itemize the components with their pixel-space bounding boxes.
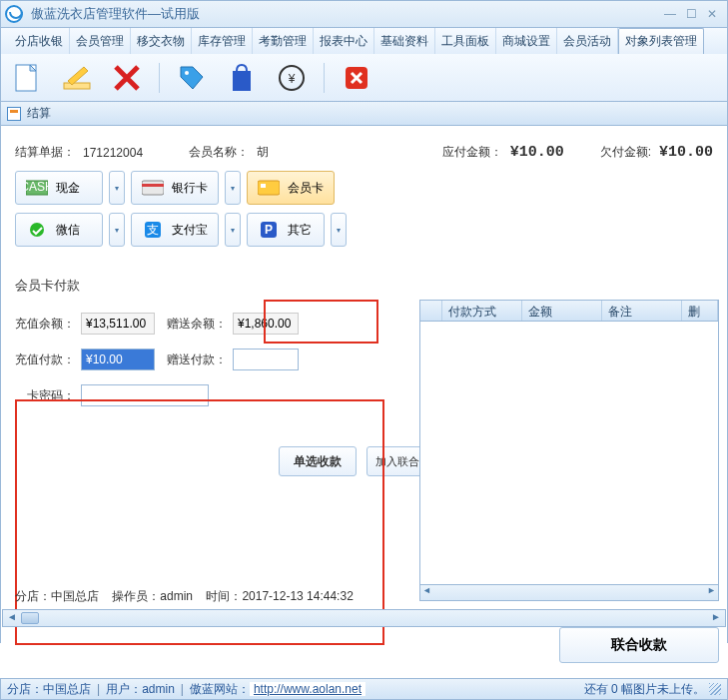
card-payment-title: 会员卡付款 — [15, 277, 713, 295]
menu-item-4[interactable]: 考勤管理 — [253, 28, 314, 54]
main-hscrollbar[interactable] — [2, 609, 726, 627]
upload-status: 还有 0 幅图片未上传。 — [584, 681, 705, 698]
menu-item-1[interactable]: 会员管理 — [70, 28, 131, 54]
app-logo-icon — [5, 5, 23, 23]
combine-collect-button[interactable]: 联合收款 — [559, 627, 719, 663]
wechat-icon — [26, 222, 48, 238]
member-card-icon — [258, 180, 280, 196]
svg-text:CASH: CASH — [26, 180, 48, 194]
pay-cash-dropdown[interactable] — [109, 171, 125, 205]
footer: 分店：中国总店 | 用户：admin | 傲蓝网站： http://www.ao… — [0, 678, 728, 700]
pay-bank-dropdown[interactable] — [225, 171, 241, 205]
titlebar: 傲蓝洗衣店管理软件—试用版 — ☐ ✕ — [0, 0, 728, 28]
pay-cash-label: 现金 — [56, 180, 80, 197]
window-icon — [7, 107, 21, 121]
grid-hscrollbar[interactable] — [419, 585, 719, 601]
owe-label: 欠付金额: — [600, 144, 651, 161]
paypal-icon: P — [258, 222, 280, 238]
member-name: 胡 — [257, 144, 269, 161]
workarea: 结算单据： 171212004 会员名称： 胡 应付金额： ¥10.00 欠付金… — [0, 126, 728, 643]
subheader: 结算 — [0, 102, 728, 126]
menu-item-2[interactable]: 移交衣物 — [131, 28, 192, 54]
bag-button[interactable] — [224, 60, 260, 96]
pay-cash-button[interactable]: CASH 现金 — [15, 171, 103, 205]
card-pwd-label: 卡密码： — [15, 387, 75, 404]
new-doc-button[interactable] — [9, 60, 45, 96]
delete-x-button[interactable] — [109, 60, 145, 96]
menu-item-7[interactable]: 工具面板 — [435, 28, 496, 54]
svg-point-2 — [185, 71, 189, 75]
grid-body[interactable] — [419, 322, 719, 585]
gift-balance-label: 赠送余额： — [161, 316, 227, 333]
svg-rect-10 — [142, 184, 164, 187]
svg-rect-3 — [233, 71, 251, 91]
pay-other-dropdown[interactable] — [331, 213, 347, 247]
menu-item-5[interactable]: 报表中心 — [314, 28, 374, 54]
status-line: 分店：中国总店 操作员：admin 时间：2017-12-13 14:44:32 — [15, 588, 354, 605]
pay-other-label: 其它 — [288, 222, 312, 239]
balance-label: 充值余额： — [15, 316, 75, 333]
svg-text:¥: ¥ — [288, 72, 296, 86]
pay-amount-field[interactable] — [81, 349, 155, 370]
minimize-button[interactable]: — — [664, 7, 676, 21]
grid-col-amount[interactable]: 金额 — [522, 301, 602, 321]
window-title: 傲蓝洗衣店管理软件—试用版 — [31, 5, 664, 23]
menu-item-10[interactable]: 对象列表管理 — [618, 28, 704, 54]
alipay-icon: 支 — [142, 222, 164, 238]
order-label: 结算单据： — [15, 144, 75, 161]
toolbar: ¥ — [0, 54, 728, 102]
gift-pay-field[interactable] — [233, 349, 299, 370]
resize-grip-icon[interactable] — [709, 683, 721, 695]
svg-point-13 — [30, 223, 44, 237]
yen-button[interactable]: ¥ — [274, 60, 310, 96]
svg-rect-1 — [64, 83, 90, 89]
balance-field — [81, 313, 155, 335]
cash-icon: CASH — [26, 180, 48, 196]
pay-wechat-dropdown[interactable] — [109, 213, 125, 247]
gift-pay-label: 赠送付款： — [161, 351, 227, 368]
pay-member-label: 会员卡 — [288, 180, 324, 197]
svg-rect-12 — [261, 184, 266, 188]
maximize-button[interactable]: ☐ — [686, 7, 697, 21]
pay-bank-label: 银行卡 — [172, 180, 208, 197]
due-label: 应付金额： — [442, 144, 502, 161]
pay-alipay-dropdown[interactable] — [225, 213, 241, 247]
pay-alipay-label: 支付宝 — [172, 222, 208, 239]
menu-item-9[interactable]: 会员活动 — [557, 28, 618, 54]
pay-member-button[interactable]: 会员卡 — [247, 171, 335, 205]
subheader-title: 结算 — [27, 105, 51, 122]
close-button[interactable]: ✕ — [707, 7, 717, 21]
close-red-button[interactable] — [339, 60, 374, 96]
pay-bank-button[interactable]: 银行卡 — [131, 171, 219, 205]
due-value: ¥10.00 — [510, 144, 564, 161]
order-number: 171212004 — [83, 146, 143, 160]
menubar: 分店收银 会员管理 移交衣物 库存管理 考勤管理 报表中心 基础资料 工具面板 … — [0, 28, 728, 54]
menu-item-8[interactable]: 商城设置 — [496, 28, 557, 54]
bank-card-icon — [142, 180, 164, 196]
menu-item-0[interactable]: 分店收银 — [9, 28, 70, 54]
grid-col-method[interactable]: 付款方式 — [442, 301, 522, 321]
pay-amount-label: 充值付款： — [15, 351, 75, 368]
single-collect-button[interactable]: 单选收款 — [279, 446, 357, 476]
pay-wechat-label: 微信 — [56, 222, 80, 239]
gift-balance-field — [233, 313, 299, 335]
pay-alipay-button[interactable]: 支 支付宝 — [131, 213, 219, 247]
member-label: 会员名称： — [189, 144, 249, 161]
menu-item-3[interactable]: 库存管理 — [192, 28, 253, 54]
grid-col-delete[interactable]: 删 — [682, 301, 718, 321]
grid-header: 付款方式 金额 备注 删 — [419, 300, 719, 322]
website-link[interactable]: http://www.aolan.net — [250, 682, 365, 696]
svg-text:P: P — [265, 223, 273, 237]
tag-button[interactable] — [174, 60, 210, 96]
menu-item-6[interactable]: 基础资料 — [374, 28, 435, 54]
card-pwd-field[interactable] — [81, 384, 209, 406]
pay-other-button[interactable]: P 其它 — [247, 213, 325, 247]
pay-wechat-button[interactable]: 微信 — [15, 213, 103, 247]
grid-col-remark[interactable]: 备注 — [602, 301, 682, 321]
owe-value: ¥10.00 — [659, 144, 713, 161]
edit-button[interactable] — [59, 60, 95, 96]
svg-rect-9 — [142, 181, 164, 195]
svg-text:支: 支 — [147, 223, 159, 237]
